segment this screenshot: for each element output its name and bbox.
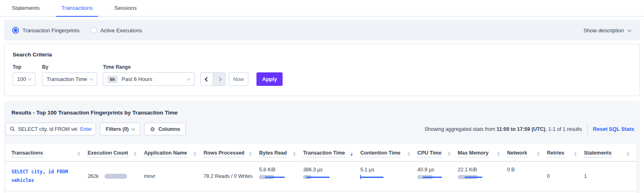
network-value: 0 B [507, 162, 547, 191]
column-header-statements[interactable]: Statements [584, 150, 611, 157]
chevron-right-icon [217, 77, 221, 81]
column-header-transactions[interactable]: Transactions [11, 150, 43, 157]
time-range-group: Time Range 6h Past 6 Hours [103, 64, 195, 86]
column-header-execution-count[interactable]: Execution Count [87, 150, 128, 157]
column-header-max-memory[interactable]: Max Memory [458, 150, 489, 157]
by-label: By [42, 64, 97, 70]
stats-prefix: Showing aggregated stats from [424, 126, 497, 132]
sort-icon[interactable] [408, 152, 410, 156]
chevron-down-icon [89, 76, 94, 81]
page-tabbar: Statements Transactions Sessions [0, 0, 644, 17]
search-input[interactable] [18, 126, 77, 132]
radio-transaction-fingerprints[interactable]: Transaction Fingerprints [12, 27, 80, 34]
reset-sql-stats-link[interactable]: Reset SQL Stats [593, 126, 634, 132]
transactions-table-card: Transactions Execution Count Application… [5, 144, 637, 193]
sort-icon[interactable] [249, 152, 252, 156]
vertical-divider [587, 124, 588, 135]
contention-time-bar [360, 175, 386, 179]
table-row: SELECT city, id FROM vehicles 262k movr … [5, 162, 637, 191]
results-controls: Enter Filters (0) ⚙ Columns Showing aggr… [5, 123, 637, 135]
radio-selected-icon[interactable] [12, 27, 19, 34]
sort-icon[interactable] [78, 152, 80, 156]
radio-unselected-icon[interactable] [90, 27, 97, 34]
gear-icon: ⚙ [150, 126, 155, 132]
sort-icon[interactable] [574, 152, 577, 156]
sort-icon[interactable] [194, 152, 196, 156]
top-select-value: 100 [17, 76, 26, 82]
results-heading: Results - Top 100 Transaction Fingerprin… [11, 110, 637, 116]
sort-icon[interactable] [448, 152, 450, 156]
sort-icon[interactable] [134, 152, 136, 156]
column-header-cpu-time[interactable]: CPU Time [417, 150, 441, 157]
statements-count-value: 1 [584, 162, 637, 191]
execution-count-bar [105, 174, 127, 179]
bytes-read-bar [259, 175, 285, 179]
tab-statements[interactable]: Statements [7, 0, 45, 17]
columns-button-label: Columns [158, 126, 180, 132]
transaction-fingerprint-link[interactable]: SELECT city, id FROM vehicles [11, 169, 68, 183]
view-toggle-band: Transaction Fingerprints Active Executio… [4, 20, 640, 40]
transactions-table: Transactions Execution Count Application… [5, 144, 637, 191]
column-header-contention-time[interactable]: Contention Time [360, 150, 400, 157]
search-criteria-title: Search Criteria [13, 52, 631, 58]
column-header-application-name[interactable]: Application Name [144, 150, 187, 157]
column-header-transaction-time[interactable]: Transaction Time [303, 150, 345, 157]
max-memory-bar [458, 175, 484, 179]
radio-transaction-fingerprints-label: Transaction Fingerprints [22, 27, 80, 34]
top-label: Top [13, 64, 36, 70]
chevron-down-icon [131, 127, 135, 130]
now-button[interactable]: Now [229, 72, 248, 86]
retries-value: 0 [547, 162, 584, 191]
time-range-badge: 6h [107, 76, 118, 83]
tab-statements-label: Statements [12, 5, 40, 11]
chevron-down-icon [628, 28, 632, 32]
results-section: Results - Top 100 Transaction Fingerprin… [4, 101, 640, 193]
application-name-value: movr [144, 162, 203, 191]
tab-sessions[interactable]: Sessions [109, 0, 142, 17]
sort-icon[interactable] [293, 152, 296, 156]
search-enter-hint[interactable]: Enter [80, 126, 92, 132]
column-header-bytes-read[interactable]: Bytes Read [259, 150, 287, 157]
bytes-read-value: 5.8 KiB [259, 167, 296, 173]
radio-active-executions[interactable]: Active Executions [90, 27, 143, 34]
tab-transactions[interactable]: Transactions [56, 0, 98, 17]
sort-icon-active-desc[interactable] [350, 152, 353, 156]
filters-button[interactable]: Filters (0) [100, 123, 140, 135]
columns-button[interactable]: ⚙ Columns [144, 123, 186, 135]
column-header-retries[interactable]: Retries [547, 150, 564, 157]
rows-processed-value: 78.2 Reads / 0 Writes [203, 162, 259, 191]
top-select[interactable]: 100 [13, 72, 36, 86]
column-header-rows-processed[interactable]: Rows Processed [203, 150, 244, 157]
tab-transactions-label: Transactions [61, 5, 93, 11]
previous-time-range-button[interactable] [201, 72, 213, 86]
stats-suffix: , 1-1 of 1 results [545, 126, 582, 132]
chevron-left-icon [205, 77, 209, 81]
time-range-select[interactable]: 6h Past 6 Hours [103, 72, 195, 86]
time-shift-buttons [201, 72, 225, 86]
column-header-network[interactable]: Network [507, 150, 527, 157]
chevron-down-icon [187, 76, 191, 81]
filters-button-label: Filters (0) [106, 126, 129, 132]
by-select[interactable]: Transaction Time [42, 72, 97, 86]
sort-icon[interactable] [537, 152, 539, 156]
search-criteria-card: Search Criteria Top 100 By Transaction T… [4, 44, 640, 96]
sort-icon[interactable] [497, 152, 500, 156]
sort-icon[interactable] [627, 152, 629, 156]
cpu-time-bar [417, 175, 443, 179]
stats-time-range: 11:00 to 17:59 (UTC) [497, 126, 545, 132]
show-description-toggle[interactable]: Show description [584, 27, 631, 34]
next-time-range-button[interactable] [213, 72, 225, 86]
max-memory-value: 22.1 KiB [458, 167, 501, 173]
chevron-down-icon [28, 76, 32, 81]
transaction-time-bar [303, 175, 329, 179]
tab-sessions-label: Sessions [114, 5, 137, 11]
time-range-label: Time Range [103, 64, 195, 70]
apply-button[interactable]: Apply [256, 72, 283, 86]
statement-search-box[interactable]: Enter [5, 123, 96, 135]
contention-time-value: 5.1 µs [360, 167, 411, 173]
search-icon [10, 126, 15, 132]
cpu-time-value: 40.9 µs [417, 167, 451, 173]
search-criteria-controls: Top 100 By Transaction Time Time Range 6… [13, 64, 631, 86]
execution-count-value: 262k [87, 173, 98, 179]
table-header-row: Transactions Execution Count Application… [5, 144, 637, 162]
